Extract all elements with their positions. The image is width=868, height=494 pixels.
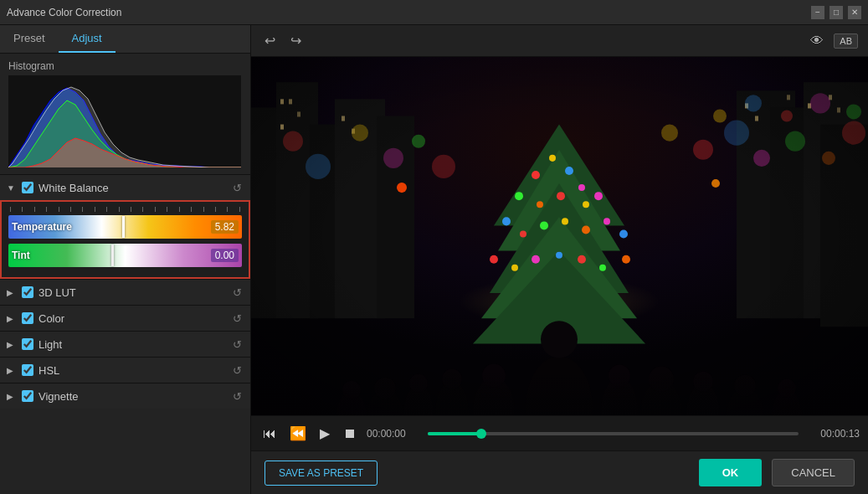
video-scene: [251, 57, 868, 415]
tint-thumb[interactable]: [111, 244, 114, 266]
tick: [34, 207, 35, 212]
tick: [82, 207, 83, 212]
tick: [10, 207, 11, 212]
temperature-thumb[interactable]: [122, 216, 125, 238]
section-vignette: ▶ Vignette ↺: [0, 383, 250, 409]
temperature-label: Temperature: [12, 221, 72, 233]
end-time: 00:00:13: [805, 428, 860, 440]
section-light: ▶ Light ↺: [0, 331, 250, 357]
tick: [142, 207, 143, 212]
section-header-white-balance[interactable]: ▼ White Balance ↺: [0, 175, 250, 200]
tint-slider-row: Tint 0.00: [8, 244, 242, 267]
white-balance-controls: Temperature 5.82 Tint 0.00: [0, 200, 250, 279]
ab-badge[interactable]: AB: [834, 33, 858, 49]
section-label-color: Color: [39, 312, 230, 325]
histogram-section: Histogram: [0, 54, 250, 174]
chevron-right-icon: ▶: [7, 312, 18, 324]
cancel-button[interactable]: CANCEL: [772, 459, 855, 486]
sections-area: ▼ White Balance ↺: [0, 174, 250, 494]
action-buttons: OK CANCEL: [699, 459, 855, 486]
temperature-tick-marks: [8, 207, 242, 214]
video-controls: ⏮ ⏪ ▶ ⏹ 00:00:00 00:00:13: [251, 415, 868, 450]
section-reset-light[interactable]: ↺: [230, 337, 244, 351]
section-reset-vignette[interactable]: ↺: [230, 389, 244, 403]
section-checkbox-light[interactable]: [22, 338, 33, 350]
section-checkbox-hsl[interactable]: [22, 364, 33, 376]
rewind-button[interactable]: ⏪: [286, 424, 310, 443]
section-reset-color[interactable]: ↺: [230, 311, 244, 325]
tab-preset[interactable]: Preset: [0, 25, 59, 53]
title-bar: Advance Color Correction − □ ✕: [0, 0, 868, 25]
current-time: 00:00:00: [367, 428, 421, 440]
tick: [95, 207, 95, 212]
section-reset-3d-lut[interactable]: ↺: [230, 286, 244, 299]
tick: [59, 207, 59, 212]
ok-button[interactable]: OK: [699, 459, 763, 486]
section-header-3d-lut[interactable]: ▶ 3D LUT ↺: [0, 280, 250, 305]
chevron-right-icon: ▶: [7, 364, 18, 376]
tick: [215, 207, 216, 212]
chevron-right-icon: ▶: [7, 338, 18, 350]
section-checkbox-vignette[interactable]: [22, 390, 33, 402]
tick: [239, 207, 240, 212]
section-color: ▶ Color ↺: [0, 305, 250, 331]
tint-value: 0.00: [211, 249, 239, 262]
section-header-color[interactable]: ▶ Color ↺: [0, 306, 250, 331]
play-button[interactable]: ▶: [316, 424, 333, 443]
toolbar-right-buttons: 👁 AB: [807, 32, 858, 50]
section-label-white-balance: White Balance: [39, 182, 230, 194]
tick: [119, 207, 120, 212]
window-title: Advance Color Correction: [7, 7, 121, 18]
tick: [191, 207, 192, 212]
scene-svg: [251, 57, 868, 415]
histogram-svg: [8, 75, 241, 167]
section-hsl: ▶ HSL ↺: [0, 357, 250, 383]
stop-button[interactable]: ⏹: [340, 425, 360, 443]
temperature-value: 5.82: [211, 220, 239, 234]
undo-button[interactable]: ↩: [261, 31, 279, 50]
maximize-button[interactable]: □: [829, 6, 843, 19]
section-reset-white-balance[interactable]: ↺: [230, 181, 244, 194]
section-label-3d-lut: 3D LUT: [39, 286, 230, 299]
main-layout: Preset Adjust Histogram: [0, 25, 868, 494]
tick: [70, 207, 71, 212]
svg-rect-95: [251, 57, 868, 415]
tick: [167, 207, 167, 212]
section-checkbox-3d-lut[interactable]: [22, 286, 33, 298]
redo-button[interactable]: ↪: [287, 31, 305, 50]
section-white-balance: ▼ White Balance ↺: [0, 174, 250, 279]
tab-adjust[interactable]: Adjust: [59, 25, 116, 53]
eye-button[interactable]: 👁: [807, 32, 827, 50]
chevron-right-icon: ▶: [7, 390, 18, 402]
tick: [106, 207, 107, 212]
save-preset-button[interactable]: SAVE AS PRESET: [265, 461, 378, 486]
left-panel: Preset Adjust Histogram: [0, 25, 251, 494]
tick: [227, 207, 228, 212]
video-area: [251, 57, 868, 415]
close-button[interactable]: ✕: [848, 6, 861, 19]
minimize-button[interactable]: −: [811, 6, 824, 19]
section-header-vignette[interactable]: ▶ Vignette ↺: [0, 383, 250, 409]
chevron-down-icon: ▼: [7, 182, 18, 193]
section-label-light: Light: [39, 338, 230, 351]
section-checkbox-color[interactable]: [22, 312, 33, 324]
progress-bar[interactable]: [428, 432, 799, 435]
step-back-button[interactable]: ⏮: [259, 425, 280, 443]
section-reset-hsl[interactable]: ↺: [230, 363, 244, 377]
progress-fill: [428, 432, 480, 435]
tabs: Preset Adjust: [0, 25, 250, 54]
bottom-bar: SAVE AS PRESET OK CANCEL: [251, 450, 868, 494]
histogram-title: Histogram: [8, 60, 242, 72]
histogram-canvas: [8, 75, 241, 167]
temperature-slider-row: Temperature 5.82: [8, 215, 242, 239]
tick: [203, 207, 204, 212]
section-label-hsl: HSL: [39, 364, 230, 377]
section-header-light[interactable]: ▶ Light ↺: [0, 332, 250, 357]
section-header-hsl[interactable]: ▶ HSL ↺: [0, 358, 250, 383]
tint-slider-track[interactable]: Tint 0.00: [8, 244, 242, 267]
temperature-slider-track[interactable]: Temperature 5.82: [8, 215, 242, 239]
chevron-right-icon: ▶: [7, 286, 18, 298]
tick: [179, 207, 180, 212]
section-checkbox-white-balance[interactable]: [22, 182, 33, 193]
progress-thumb[interactable]: [476, 429, 486, 439]
